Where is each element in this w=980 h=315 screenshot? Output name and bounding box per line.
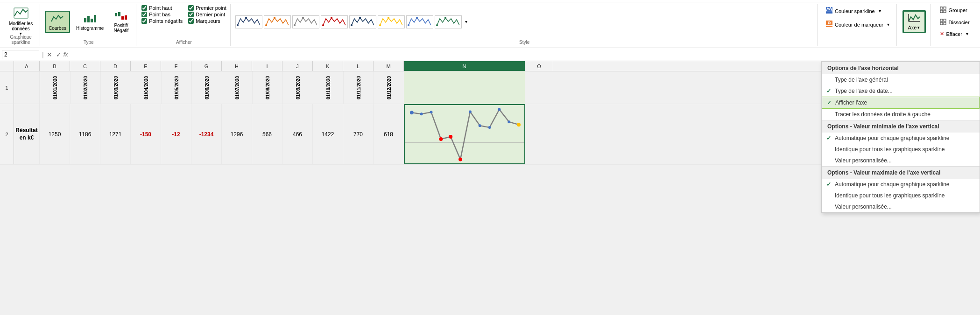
cell-m1[interactable]: 01/12/2020 (374, 71, 404, 104)
couleur-marqueur-button[interactable]: Couleur de marqueur ▾ (822, 19, 893, 30)
col-header-c[interactable]: C (70, 61, 100, 71)
cell-b2[interactable]: 1250 (40, 104, 70, 164)
cell-a2[interactable]: Résultaten k€ (14, 104, 40, 164)
marqueurs-check[interactable]: Marqueurs (188, 18, 226, 24)
histogramme-button[interactable]: Histogramme (73, 11, 107, 33)
confirm-formula-icon[interactable]: ✓ (56, 51, 62, 58)
style-more-button[interactable]: ▾ (463, 16, 469, 28)
col-header-o[interactable]: O (525, 61, 553, 71)
col-header-g[interactable]: G (191, 61, 222, 71)
dropdown-valeur-perso-max[interactable]: Valeur personnalisée... (822, 201, 980, 212)
style-8[interactable] (435, 15, 462, 28)
svg-rect-28 (826, 26, 832, 27)
point-haut-check[interactable]: Point haut (141, 5, 183, 11)
cell-d2[interactable]: 1271 (100, 104, 131, 164)
col-header-m[interactable]: M (374, 61, 404, 71)
cell-b1[interactable]: 01/01/2020 (40, 71, 70, 104)
style-5[interactable] (349, 15, 376, 28)
svg-point-30 (829, 22, 830, 24)
style-7[interactable] (406, 15, 433, 28)
dropdown-identique-tous-min[interactable]: Identique pour tous les graphiques spark… (822, 144, 980, 155)
col-header-k[interactable]: K (313, 61, 343, 71)
cell-l2[interactable]: 770 (343, 104, 374, 164)
style-4[interactable] (321, 15, 348, 28)
dropdown-type-general[interactable]: Type de l'axe général (822, 74, 980, 85)
cell-h1[interactable]: 01/07/2020 (222, 71, 252, 104)
col-header-f[interactable]: F (161, 61, 191, 71)
svg-point-20 (388, 17, 389, 19)
cell-c2[interactable]: 1186 (70, 104, 100, 164)
dropdown-afficher-axe[interactable]: Afficher l'axe (822, 97, 980, 109)
cell-g2[interactable]: -1234 (191, 104, 222, 164)
svg-point-46 (469, 110, 472, 113)
dropdown-auto-chaque-min[interactable]: Automatique pour chaque graphique sparkl… (822, 133, 980, 144)
axe-group: Axe ▾ (898, 4, 931, 46)
col-header-i[interactable]: I (252, 61, 282, 71)
svg-point-22 (416, 17, 418, 19)
grouper-button[interactable]: Grouper (937, 5, 970, 15)
col-header-a[interactable]: A (14, 61, 40, 71)
row-header-2[interactable]: 2 (0, 104, 14, 164)
svg-point-49 (498, 108, 501, 111)
courbes-button[interactable]: Courbes (45, 11, 70, 33)
col-header-e[interactable]: E (131, 61, 161, 71)
dropdown-auto-chaque-max[interactable]: Automatique pour chaque graphique sparkl… (822, 179, 980, 190)
style-3[interactable] (292, 15, 319, 28)
style-2[interactable] (264, 15, 291, 28)
svg-point-19 (379, 24, 381, 26)
col-header-j[interactable]: J (282, 61, 313, 71)
effacer-button[interactable]: ✕ Effacer ▾ (937, 29, 972, 38)
style-group-label: Style (232, 40, 817, 45)
col-header-n[interactable]: N (404, 61, 525, 71)
dernier-point-check[interactable]: Dernier point (188, 12, 226, 17)
cell-f2[interactable]: -12 (161, 104, 191, 164)
axe-button[interactable]: Axe ▾ (902, 10, 926, 33)
cell-a1[interactable] (14, 71, 40, 104)
cell-j2[interactable]: 466 (282, 104, 313, 164)
positif-negatif-icon (114, 10, 128, 22)
col-header-l[interactable]: L (343, 61, 374, 71)
grouper-label: Grouper (948, 7, 967, 13)
effacer-label: Effacer (946, 31, 962, 37)
col-header-h[interactable]: H (222, 61, 252, 71)
col-header-b[interactable]: B (40, 61, 70, 71)
point-bas-check[interactable]: Point bas (141, 12, 183, 17)
cell-k2[interactable]: 1422 (313, 104, 343, 164)
name-box[interactable] (2, 50, 39, 59)
style-6[interactable] (378, 15, 405, 28)
cell-n1[interactable] (404, 71, 525, 104)
dropdown-droite-gauche[interactable]: Tracer les données de droite à gauche (822, 109, 980, 120)
style-1[interactable] (235, 15, 262, 28)
color-marqueur-icon (825, 20, 833, 29)
cancel-formula-icon[interactable]: ✕ (47, 51, 52, 58)
cell-n2[interactable] (404, 104, 525, 164)
cell-j1[interactable]: 01/09/2020 (282, 71, 313, 104)
col-header-d[interactable]: D (100, 61, 131, 71)
cell-e2[interactable]: -150 (131, 104, 161, 164)
svg-point-54 (517, 123, 521, 126)
cell-o1[interactable] (525, 71, 553, 104)
dropdown-valeur-perso-min[interactable]: Valeur personnalisée... (822, 155, 980, 166)
couleur-sparkline-button[interactable]: Couleur sparkline ▾ (822, 5, 884, 17)
dropdown-identique-tous-max[interactable]: Identique pour tous les graphiques spark… (822, 190, 980, 201)
cell-o2[interactable] (525, 104, 553, 164)
cell-m2[interactable]: 618 (374, 104, 404, 164)
cell-c1[interactable]: 01/02/2020 (70, 71, 100, 104)
dropdown-type-date[interactable]: Type de l'axe de date... (822, 85, 980, 97)
modifier-donnees-button[interactable]: Modifier les données ▾ (6, 6, 36, 38)
cell-e1[interactable]: 01/04/2020 (131, 71, 161, 104)
cell-i2[interactable]: 566 (252, 104, 282, 164)
svg-point-48 (488, 126, 491, 129)
cell-i1[interactable]: 01/08/2020 (252, 71, 282, 104)
cell-g1[interactable]: 01/06/2020 (191, 71, 222, 104)
premier-point-check[interactable]: Premier point (188, 5, 226, 11)
points-negatifs-check[interactable]: Points négatifs (141, 18, 183, 24)
cell-k1[interactable]: 01/10/2020 (313, 71, 343, 104)
dissocier-button[interactable]: Dissocier (937, 17, 973, 28)
cell-d1[interactable]: 01/03/2020 (100, 71, 131, 104)
cell-f1[interactable]: 01/05/2020 (161, 71, 191, 104)
cell-l1[interactable]: 01/11/2020 (343, 71, 374, 104)
cell-h2[interactable]: 1296 (222, 104, 252, 164)
row-header-1[interactable]: 1 (0, 71, 14, 104)
positif-negatif-button[interactable]: Positif/Négatif (110, 8, 132, 35)
